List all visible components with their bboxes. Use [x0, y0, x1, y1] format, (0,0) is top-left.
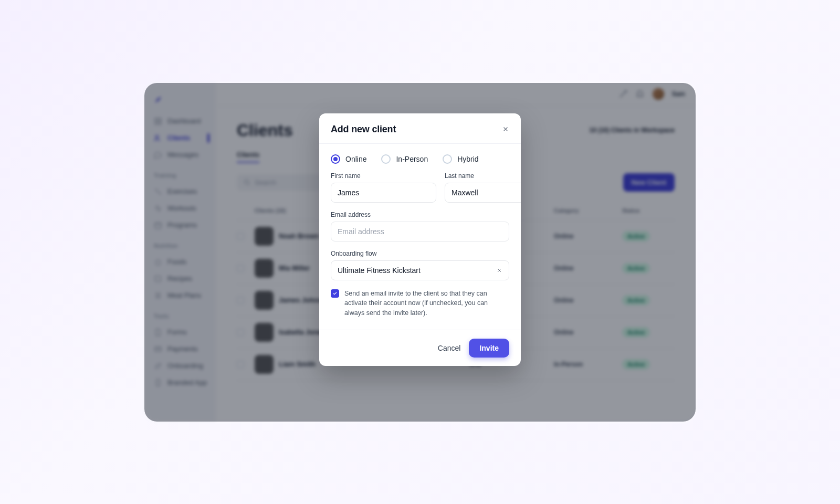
close-icon[interactable] [502, 125, 509, 133]
last-name-label: Last name [445, 172, 521, 180]
radio-label: Hybrid [457, 155, 478, 163]
email-input[interactable] [331, 222, 509, 242]
clear-icon[interactable] [496, 267, 502, 274]
last-name-input[interactable] [445, 183, 521, 203]
onboarding-value: Ultimate Fitness Kickstart [338, 266, 421, 275]
invite-button[interactable]: Invite [469, 339, 509, 358]
client-type-radios: Online In-Person Hybrid [331, 154, 509, 164]
radio-icon [381, 154, 391, 164]
radio-label: Online [345, 155, 366, 163]
radio-inperson[interactable]: In-Person [381, 154, 428, 164]
modal-overlay[interactable]: Add new client Online In-Person [144, 83, 696, 422]
radio-label: In-Person [396, 155, 428, 163]
check-icon [332, 291, 338, 296]
radio-icon [331, 154, 340, 164]
modal-title: Add new client [331, 124, 396, 135]
cancel-button[interactable]: Cancel [438, 344, 461, 352]
send-invite-checkbox[interactable] [331, 289, 339, 298]
first-name-label: First name [331, 172, 436, 180]
onboarding-select[interactable]: Ultimate Fitness Kickstart [331, 260, 509, 280]
radio-online[interactable]: Online [331, 154, 366, 164]
add-client-modal: Add new client Online In-Person [319, 113, 521, 366]
radio-hybrid[interactable]: Hybrid [443, 154, 478, 164]
onboarding-label: Onboarding flow [331, 250, 509, 257]
radio-icon [443, 154, 452, 164]
checkbox-text: Send an email invite to the client so th… [344, 289, 509, 318]
email-label: Email address [331, 211, 509, 218]
first-name-input[interactable] [331, 183, 436, 203]
